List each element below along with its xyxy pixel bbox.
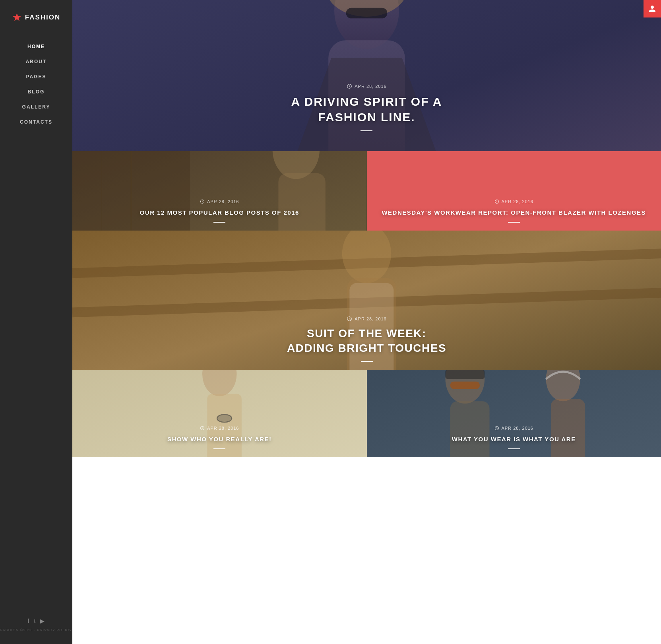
card-show-content: APR 28, 2016 SHOW WHO YOU REALLY ARE! <box>72 418 367 458</box>
nav-item-contacts[interactable]: CONTACTS <box>0 114 72 130</box>
footer-copyright: FASHION ©2016 · PRIVACY POLICY <box>0 628 72 632</box>
blog-title: OUR 12 MOST POPULAR BLOG POSTS OF 2016 <box>80 209 359 217</box>
card-suit-content: APR 28, 2016 SUIT OF THE WEEK:ADDING BRI… <box>72 308 661 370</box>
suit-title: SUIT OF THE WEEK:ADDING BRIGHT TOUCHES <box>80 326 653 355</box>
svg-rect-4 <box>346 8 388 19</box>
nav-item-gallery[interactable]: GALLERY <box>0 99 72 114</box>
suit-date: APR 28, 2016 <box>355 316 387 321</box>
logo-text: FASHION <box>25 14 61 21</box>
hero-divider <box>361 130 372 131</box>
clock-icon-blog <box>200 199 205 204</box>
nav-item-home[interactable]: HOME <box>0 39 72 54</box>
suit-post-meta: APR 28, 2016 <box>80 316 653 322</box>
workwear-date: APR 28, 2016 <box>502 199 534 204</box>
card-show[interactable]: APR 28, 2016 SHOW WHO YOU REALLY ARE! <box>72 370 367 457</box>
clock-icon-wear <box>494 426 499 431</box>
row-3: APR 28, 2016 SHOW WHO YOU REALLY ARE! <box>72 370 661 457</box>
blog-date: APR 28, 2016 <box>207 199 239 204</box>
svg-rect-25 <box>450 382 479 389</box>
row-1: APR 28, 2016 OUR 12 MOST POPULAR BLOG PO… <box>72 151 661 231</box>
hero-post-meta: APR 28, 2016 <box>291 83 442 89</box>
nav-item-pages[interactable]: PAGES <box>0 69 72 84</box>
facebook-icon[interactable]: f <box>28 618 29 624</box>
show-title: SHOW WHO YOU REALLY ARE! <box>80 435 359 443</box>
workwear-title: WEDNESDAY'S WORKWEAR REPORT: OPEN-FRONT … <box>375 209 653 217</box>
card-wear-content: APR 28, 2016 WHAT YOU WEAR IS WHAT YOU A… <box>367 418 661 458</box>
workwear-divider <box>508 222 520 223</box>
row-2: APR 28, 2016 SUIT OF THE WEEK:ADDING BRI… <box>72 231 661 370</box>
sidebar-footer: f t ▶ FASHION ©2016 · PRIVACY POLICY <box>0 618 72 636</box>
wear-divider <box>508 448 520 449</box>
card-blog-content: APR 28, 2016 OUR 12 MOST POPULAR BLOG PO… <box>72 191 367 231</box>
card-blog-posts[interactable]: APR 28, 2016 OUR 12 MOST POPULAR BLOG PO… <box>72 151 367 231</box>
hero-content: APR 28, 2016 A DRIVING SPIRIT OF AFASHIO… <box>291 83 442 151</box>
twitter-icon[interactable]: t <box>34 618 35 624</box>
show-date: APR 28, 2016 <box>207 426 239 431</box>
nav-item-about[interactable]: ABOUT <box>0 54 72 69</box>
main-nav: HOME ABOUT PAGES BLOG GALLERY CONTACTS <box>0 39 72 130</box>
youtube-icon[interactable]: ▶ <box>40 618 45 624</box>
workwear-post-meta: APR 28, 2016 <box>375 199 653 204</box>
social-icons: f t ▶ <box>28 618 45 624</box>
show-divider <box>213 448 225 449</box>
blog-divider <box>213 222 225 223</box>
sidebar: ★ FASHION HOME ABOUT PAGES BLOG GALLERY … <box>0 0 72 644</box>
suit-divider <box>361 361 373 362</box>
wear-title: WHAT YOU WEAR IS WHAT YOU ARE <box>375 435 653 443</box>
wear-date: APR 28, 2016 <box>502 426 534 431</box>
clock-icon-workwear <box>494 199 499 204</box>
card-suit[interactable]: APR 28, 2016 SUIT OF THE WEEK:ADDING BRI… <box>72 231 661 370</box>
wear-post-meta: APR 28, 2016 <box>375 426 653 431</box>
hero-title: A DRIVING SPIRIT OF AFASHION LINE. <box>291 94 442 125</box>
hero-section: APR 28, 2016 A DRIVING SPIRIT OF AFASHIO… <box>72 0 661 151</box>
card-workwear-content: APR 28, 2016 WEDNESDAY'S WORKWEAR REPORT… <box>367 191 661 231</box>
main-content: APR 28, 2016 A DRIVING SPIRIT OF AFASHIO… <box>72 0 661 644</box>
card-wear[interactable]: APR 28, 2016 WHAT YOU WEAR IS WHAT YOU A… <box>367 370 661 457</box>
clock-icon-show <box>200 426 205 431</box>
user-icon <box>648 5 656 13</box>
card-workwear[interactable]: APR 28, 2016 WEDNESDAY'S WORKWEAR REPORT… <box>367 151 661 231</box>
show-post-meta: APR 28, 2016 <box>80 426 359 431</box>
hero-date: APR 28, 2016 <box>355 84 387 89</box>
nav-item-blog[interactable]: BLOG <box>0 84 72 99</box>
clock-icon <box>347 83 352 89</box>
clock-icon-suit <box>347 316 352 322</box>
logo: ★ FASHION <box>12 12 61 23</box>
user-button[interactable] <box>644 0 661 17</box>
svg-rect-24 <box>445 370 485 379</box>
blog-post-meta: APR 28, 2016 <box>80 199 359 204</box>
logo-star-icon: ★ <box>12 12 22 23</box>
